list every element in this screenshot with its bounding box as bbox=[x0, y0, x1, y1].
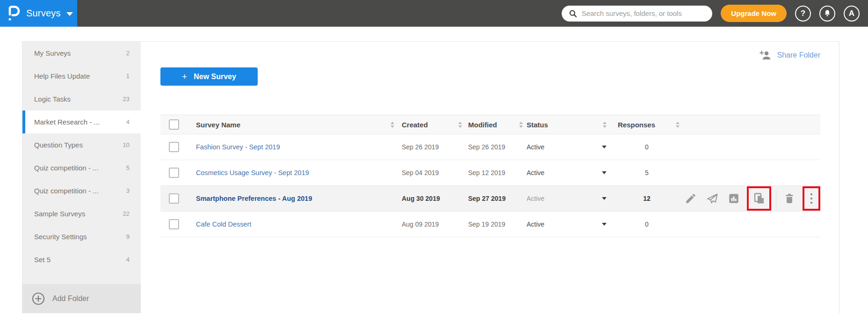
column-header-survey-name: Survey Name bbox=[196, 121, 240, 129]
pencil-icon bbox=[685, 192, 697, 205]
folder-count: 9 bbox=[126, 233, 130, 240]
search-input[interactable] bbox=[582, 9, 705, 17]
select-all-checkbox[interactable] bbox=[169, 119, 179, 130]
product-switcher[interactable]: Surveys bbox=[0, 0, 77, 27]
row-checkbox[interactable] bbox=[169, 168, 179, 178]
status-value: Active bbox=[527, 195, 544, 202]
share-folder-label: Share Folder bbox=[777, 51, 821, 59]
table-row: Fashion Survey - Sept 2019 Sep 26 2019 S… bbox=[160, 134, 820, 160]
sidebar-item-question-types[interactable]: Question Types 10 bbox=[22, 133, 141, 156]
folder-count: 4 bbox=[126, 118, 130, 125]
created-date: Sep 04 2019 bbox=[402, 169, 439, 176]
row-checkbox[interactable] bbox=[169, 193, 179, 204]
folder-count: 1 bbox=[126, 73, 130, 80]
send-button[interactable] bbox=[704, 190, 721, 207]
help-button[interactable]: ? bbox=[795, 6, 811, 22]
sidebar-item-help-files-update[interactable]: Help Files Update 1 bbox=[22, 65, 141, 88]
reports-button[interactable] bbox=[725, 190, 742, 207]
sidebar-item-market-research[interactable]: Market Research - ... 4 bbox=[22, 110, 141, 133]
responses-count: 0 bbox=[645, 220, 649, 228]
sidebar-item-set-5[interactable]: Set 5 4 bbox=[22, 248, 141, 271]
sort-icon[interactable] bbox=[391, 122, 394, 128]
created-date: Aug 30 2019 bbox=[402, 195, 440, 202]
column-header-responses: Responses bbox=[618, 121, 655, 129]
survey-name-link[interactable]: Fashion Survey - Sept 2019 bbox=[196, 143, 280, 151]
folder-count: 5 bbox=[126, 164, 130, 171]
more-options-button[interactable] bbox=[803, 190, 820, 207]
folder-label: Sample Surveys bbox=[34, 210, 85, 218]
avatar[interactable]: A bbox=[844, 6, 860, 22]
duplicate-button[interactable] bbox=[751, 190, 767, 207]
sidebar-item-sample-surveys[interactable]: Sample Surveys 22 bbox=[22, 202, 141, 225]
trash-icon bbox=[783, 192, 796, 205]
status-dropdown[interactable] bbox=[602, 171, 607, 174]
row-checkbox[interactable] bbox=[169, 219, 179, 229]
survey-name-link[interactable]: Cosmetics Usage Survey - Sept 2019 bbox=[196, 169, 309, 176]
upgrade-now-button[interactable]: Upgrade Now bbox=[721, 5, 787, 22]
column-header-modified: Modified bbox=[468, 121, 497, 129]
folder-label: Logic Tasks bbox=[34, 95, 71, 103]
status-dropdown[interactable] bbox=[602, 146, 607, 148]
bell-icon bbox=[823, 9, 832, 18]
new-survey-button[interactable]: + New Survey bbox=[160, 67, 258, 86]
sort-icon[interactable] bbox=[519, 122, 523, 128]
status-value: Active bbox=[527, 169, 544, 176]
row-checkbox[interactable] bbox=[169, 142, 179, 152]
folder-count: 10 bbox=[123, 141, 130, 148]
proprofs-logo-icon bbox=[7, 4, 21, 23]
survey-name-link[interactable]: Cafe Cold Dessert bbox=[196, 220, 251, 228]
sort-icon[interactable] bbox=[458, 122, 462, 128]
table-header-row: Survey Name Created Modified Status Resp… bbox=[160, 115, 820, 134]
status-value: Active bbox=[527, 143, 544, 151]
sidebar-item-quiz-competition-2[interactable]: Quiz competition - ... 3 bbox=[22, 179, 141, 202]
table-row-highlighted: Smartphone Preferences - Aug 2019 Aug 30… bbox=[160, 186, 820, 212]
folder-count: 2 bbox=[126, 50, 130, 57]
plus-icon: + bbox=[182, 72, 187, 82]
sort-icon[interactable] bbox=[603, 122, 607, 128]
bar-chart-icon bbox=[728, 192, 740, 205]
notifications-button[interactable] bbox=[819, 6, 835, 22]
folder-count: 23 bbox=[123, 96, 130, 103]
person-add-icon bbox=[760, 50, 772, 60]
modified-date: Sep 12 2019 bbox=[468, 169, 505, 176]
sidebar-item-my-surveys[interactable]: My Surveys 2 bbox=[22, 42, 141, 65]
folder-label: Quiz competition - ... bbox=[34, 187, 99, 195]
survey-name-link[interactable]: Smartphone Preferences - Aug 2019 bbox=[196, 195, 312, 202]
folder-label: Market Research - ... bbox=[34, 118, 100, 126]
share-folder-button[interactable]: Share Folder bbox=[760, 50, 821, 60]
folder-label: Help Files Update bbox=[34, 72, 90, 80]
modified-date: Sep 27 2019 bbox=[468, 195, 506, 202]
folder-label: Question Types bbox=[34, 141, 83, 149]
column-header-created: Created bbox=[402, 121, 428, 129]
modified-date: Sep 19 2019 bbox=[468, 220, 505, 228]
status-dropdown[interactable] bbox=[602, 197, 607, 200]
sort-icon[interactable] bbox=[676, 122, 680, 128]
add-folder-button[interactable]: Add Folder bbox=[22, 284, 141, 313]
circle-plus-icon bbox=[32, 292, 45, 305]
table-row: Cosmetics Usage Survey - Sept 2019 Sep 0… bbox=[160, 160, 820, 186]
folder-label: Security Settings bbox=[34, 233, 87, 241]
responses-count: 5 bbox=[645, 169, 649, 176]
sidebar-item-logic-tasks[interactable]: Logic Tasks 23 bbox=[22, 88, 141, 110]
topbar-right-group: Upgrade Now ? A bbox=[562, 0, 868, 27]
created-date: Aug 09 2019 bbox=[402, 220, 439, 228]
sidebar-item-quiz-competition-1[interactable]: Quiz competition - ... 5 bbox=[22, 156, 141, 179]
sidebar-item-security-settings[interactable]: Security Settings 9 bbox=[22, 225, 141, 248]
copy-highlight-box bbox=[747, 186, 771, 211]
folder-sidebar: My Surveys 2 Help Files Update 1 Logic T… bbox=[22, 42, 141, 313]
folder-count: 4 bbox=[126, 256, 130, 263]
surveys-table: Survey Name Created Modified Status Resp… bbox=[160, 115, 820, 237]
kebab-menu-icon bbox=[810, 192, 813, 205]
status-value: Active bbox=[527, 220, 544, 228]
paper-plane-icon bbox=[706, 192, 719, 205]
delete-button[interactable] bbox=[781, 190, 798, 207]
folder-label: Set 5 bbox=[34, 256, 51, 264]
responses-count: 12 bbox=[643, 195, 651, 202]
folder-count: 22 bbox=[123, 210, 130, 217]
edit-button[interactable] bbox=[682, 190, 699, 207]
folder-label: My Surveys bbox=[34, 49, 71, 57]
status-dropdown[interactable] bbox=[602, 223, 607, 226]
global-search[interactable] bbox=[562, 6, 712, 22]
created-date: Sep 26 2019 bbox=[402, 143, 439, 151]
modified-date: Sep 26 2019 bbox=[468, 143, 505, 151]
